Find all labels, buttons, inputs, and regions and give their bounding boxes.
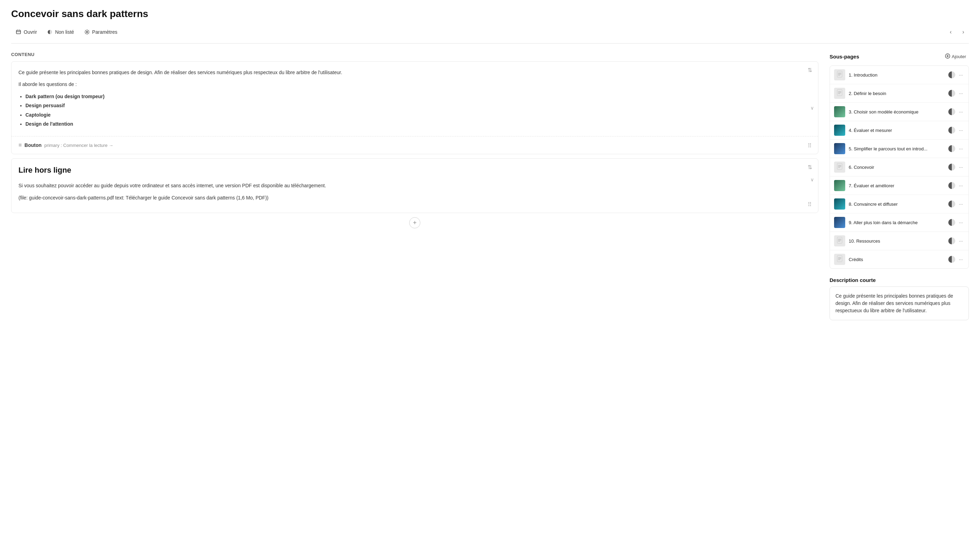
visibility-label: Non listé xyxy=(55,29,74,35)
list-item: Design persuasif xyxy=(25,102,801,109)
doc-icon xyxy=(837,255,843,264)
main-content: Contenu ⇅ Ce guide présente les principa… xyxy=(11,52,818,326)
subpage-visibility-icon[interactable] xyxy=(948,108,955,115)
list-item: Design de l'attention xyxy=(25,120,801,128)
content-section-label: Contenu xyxy=(11,52,818,57)
expand-toggle[interactable]: ∨ xyxy=(810,105,814,111)
subpage-actions: ··· xyxy=(948,127,964,134)
grid-handle[interactable]: ⠿ xyxy=(805,200,814,208)
subpage-item[interactable]: 7. Évaluer et améliorer··· xyxy=(830,176,969,195)
subpage-name: 4. Évaluer et mesurer xyxy=(849,128,945,133)
offline-text: Si vous souhaitez pouvoir accéder au gui… xyxy=(19,182,801,202)
settings-button[interactable]: Paramètres xyxy=(80,27,121,37)
visibility-button[interactable]: Non listé xyxy=(43,27,78,37)
subpage-visibility-icon[interactable] xyxy=(948,72,955,78)
subpage-name: 2. Définir le besoin xyxy=(849,91,945,96)
subpage-more-button[interactable]: ··· xyxy=(957,182,964,189)
subpages-header: Sous-pages Ajouter xyxy=(830,52,969,61)
subpage-item[interactable]: 6. Concevoir··· xyxy=(830,158,969,176)
subpage-actions: ··· xyxy=(948,108,964,115)
subpage-thumbnail xyxy=(834,235,845,246)
subpage-actions: ··· xyxy=(948,219,964,226)
subpage-item[interactable]: 8. Convaincre et diffuser··· xyxy=(830,195,969,213)
settings-label: Paramètres xyxy=(92,29,117,35)
open-label: Ouvrir xyxy=(24,29,37,35)
subpage-item[interactable]: 9. Aller plus loin dans la démarche··· xyxy=(830,213,969,232)
subpage-visibility-icon[interactable] xyxy=(948,200,955,207)
subpage-thumbnail xyxy=(834,106,845,117)
subpage-name: 1. Introduction xyxy=(849,72,945,78)
offline-title: Lire hors ligne xyxy=(11,159,818,182)
intro-text: Ce guide présente les principales bonnes… xyxy=(19,68,801,76)
subpage-more-button[interactable]: ··· xyxy=(957,200,964,207)
subpage-actions: ··· xyxy=(948,90,964,97)
description-section: Description courte Ce guide présente les… xyxy=(830,277,969,320)
topics-list: Dark pattern (ou design trompeur) Design… xyxy=(25,92,801,128)
subpage-visibility-icon[interactable] xyxy=(948,237,955,244)
subpage-name: 5. Simplifier le parcours tout en introd… xyxy=(849,146,945,151)
subpage-more-button[interactable]: ··· xyxy=(957,237,964,244)
open-button[interactable]: Ouvrir xyxy=(11,27,41,37)
expand-toggle-2[interactable]: ∨ xyxy=(810,177,814,183)
subpage-thumbnail xyxy=(834,162,845,173)
subpage-item[interactable]: 10. Ressources··· xyxy=(830,232,969,250)
next-button[interactable]: › xyxy=(958,27,969,38)
doc-icon xyxy=(837,71,843,79)
subpage-actions: ··· xyxy=(948,182,964,189)
subpage-more-button[interactable]: ··· xyxy=(957,256,964,263)
subpage-visibility-icon[interactable] xyxy=(948,145,955,152)
visibility-icon xyxy=(47,29,53,35)
button-block: ≡ Bouton primary : Commencer la lecture … xyxy=(11,136,818,154)
subpage-item[interactable]: 5. Simplifier le parcours tout en introd… xyxy=(830,140,969,158)
subpage-actions: ··· xyxy=(948,164,964,170)
subpage-actions: ··· xyxy=(948,237,964,244)
button-block-label: Bouton xyxy=(24,142,41,148)
subpage-visibility-icon[interactable] xyxy=(948,219,955,226)
doc-icon xyxy=(837,89,843,97)
subpage-thumbnail xyxy=(834,88,845,99)
description-text: Ce guide présente les principales bonnes… xyxy=(835,292,963,314)
drag-handle[interactable]: ⇅ xyxy=(805,66,814,74)
offline-block: ⇅ Lire hors ligne ∨ Si vous souhaitez po… xyxy=(11,158,818,213)
subpage-more-button[interactable]: ··· xyxy=(957,145,964,152)
subpage-name: 6. Concevoir xyxy=(849,165,945,170)
add-block-button[interactable]: + xyxy=(409,217,420,228)
subpage-more-button[interactable]: ··· xyxy=(957,108,964,115)
subpage-visibility-icon[interactable] xyxy=(948,182,955,189)
subpage-thumbnail xyxy=(834,69,845,80)
text-content: Ce guide présente les principales bonnes… xyxy=(19,68,801,128)
subpage-item[interactable]: 4. Évaluer et mesurer··· xyxy=(830,121,969,140)
subpage-thumbnail xyxy=(834,180,845,191)
offline-desc: Si vous souhaitez pouvoir accéder au gui… xyxy=(19,182,801,189)
drag-handle-2[interactable]: ⇅ xyxy=(805,163,814,171)
button-icon: ≡ xyxy=(19,142,22,148)
subpage-more-button[interactable]: ··· xyxy=(957,127,964,134)
subpage-actions: ··· xyxy=(948,200,964,207)
offline-link: (file: guide-concevoir-sans-dark-pattern… xyxy=(19,194,801,202)
subpage-thumbnail xyxy=(834,217,845,228)
subpage-visibility-icon[interactable] xyxy=(948,127,955,134)
questions-text: Il aborde les questions de : xyxy=(19,80,801,88)
list-item: Dark pattern (ou design trompeur) xyxy=(25,92,801,100)
subpages-list: 1. Introduction··· 2. Définir le besoin·… xyxy=(830,65,969,269)
subpage-visibility-icon[interactable] xyxy=(948,256,955,263)
subpage-more-button[interactable]: ··· xyxy=(957,219,964,226)
drag-handle-bottom[interactable]: ⠿ xyxy=(805,141,814,150)
subpage-item[interactable]: Crédits··· xyxy=(830,250,969,269)
prev-button[interactable]: ‹ xyxy=(945,27,956,38)
subpage-name: 8. Convaincre et diffuser xyxy=(849,202,945,207)
subpage-more-button[interactable]: ··· xyxy=(957,72,964,78)
subpage-item[interactable]: 3. Choisir son modèle économique··· xyxy=(830,103,969,121)
subpage-item[interactable]: 1. Introduction··· xyxy=(830,66,969,84)
description-box: Ce guide présente les principales bonnes… xyxy=(830,286,969,320)
add-subpage-button[interactable]: Ajouter xyxy=(942,52,969,61)
open-icon xyxy=(15,29,22,35)
description-title: Description courte xyxy=(830,277,969,283)
subpage-name: 7. Évaluer et améliorer xyxy=(849,183,945,188)
subpage-visibility-icon[interactable] xyxy=(948,90,955,97)
subpage-visibility-icon[interactable] xyxy=(948,164,955,170)
subpage-item[interactable]: 2. Définir le besoin··· xyxy=(830,84,969,103)
subpage-more-button[interactable]: ··· xyxy=(957,164,964,170)
subpage-more-button[interactable]: ··· xyxy=(957,90,964,97)
svg-rect-0 xyxy=(16,30,21,34)
